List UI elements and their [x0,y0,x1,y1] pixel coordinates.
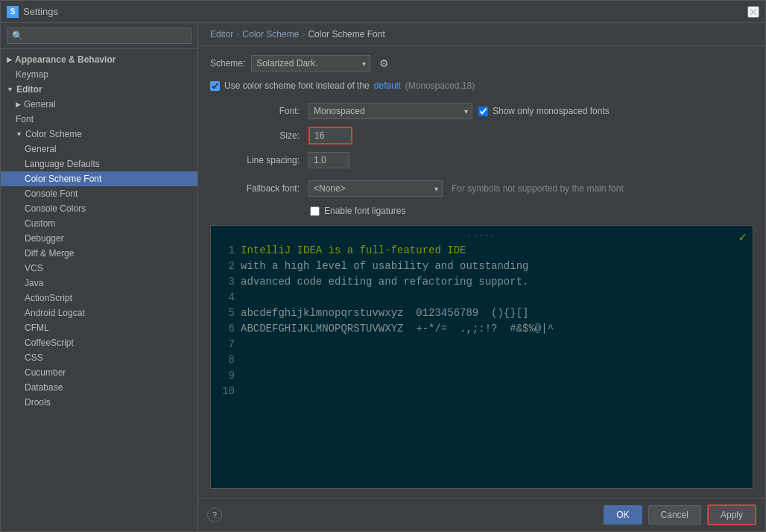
sidebar-item-css[interactable]: CSS [1,350,197,365]
titlebar: S Settings ✕ [1,1,765,23]
preview-area: ····· ✓ 1IntelliJ IDEA is a full-feature… [210,225,753,489]
sidebar-item-console-font[interactable]: Console Font [1,186,197,201]
settings-grid: Font: Monospaced Show only monospaced fo… [210,100,753,171]
close-button[interactable]: ✕ [747,6,759,18]
fallback-label: Fallback font: [210,183,300,194]
sidebar-item-font[interactable]: Font [1,112,197,127]
scheme-row: Scheme: Solarized Dark. ⚙ [210,55,753,72]
sidebar-item-cs-font[interactable]: Color Scheme Font [1,171,197,186]
ok-button[interactable]: OK [604,505,642,525]
bottom-bar: ? OK Cancel Apply [198,498,765,531]
breadcrumb-sep1: › [236,29,239,39]
use-font-checkbox-row: Use color scheme font instead of the def… [210,80,753,91]
sidebar-item-lang-defaults[interactable]: Language Defaults [1,156,197,171]
font-setting-row: Font: Monospaced Show only monospaced fo… [210,103,753,119]
default-font-link[interactable]: default [374,80,401,91]
font-label: Font: [210,106,300,116]
sidebar-item-database[interactable]: Database [1,380,197,395]
apply-button[interactable]: Apply [707,504,756,525]
search-input[interactable] [7,28,192,44]
size-input[interactable] [310,128,351,143]
sidebar-item-keymap[interactable]: Keymap [1,67,197,82]
use-font-label-pre: Use color scheme font instead of the [224,80,370,91]
sidebar-item-console-colors[interactable]: Console Colors [1,201,197,216]
sidebar-item-vcs[interactable]: VCS [1,261,197,276]
sidebar-item-custom[interactable]: Custom [1,216,197,231]
line-spacing-value-area [308,152,349,168]
ligature-label: Enable font ligatures [324,206,405,216]
main-content: ▶ Appearance & Behavior Keymap ▼ Editor … [1,23,765,531]
preview-line-6: 6ABCDEFGHIJKLMNOPQRSTUVWXYZ +-*/= .,;:!?… [220,321,744,337]
expand-icon: ▶ [7,56,12,63]
sidebar-item-java[interactable]: Java [1,276,197,291]
use-font-checkbox[interactable] [210,81,220,91]
preview-line-8: 8 [220,352,744,368]
preview-line-4: 4 [220,290,744,305]
font-select-wrapper: Monospaced [308,103,472,119]
sidebar-item-appearance-behavior[interactable]: ▶ Appearance & Behavior [1,52,197,67]
fallback-select[interactable]: <None> [308,180,443,197]
settings-window: S Settings ✕ ▶ Appearance & Behavior Key… [0,0,766,532]
font-select[interactable]: Monospaced [308,103,472,119]
preview-line-9: 9 [220,368,744,384]
sidebar-item-cfml[interactable]: CFML [1,320,197,335]
preview-line-5: 5abcdefghijklmnopqrstuvwxyz 0123456789 (… [220,305,744,321]
size-input-wrapper [308,127,352,145]
preview-dots: ····· [220,232,744,240]
monospace-label: Show only monospaced fonts [493,106,610,116]
cancel-button[interactable]: Cancel [648,505,701,525]
breadcrumb-sep2: › [302,29,305,39]
bottom-bar-right: OK Cancel Apply [604,504,756,525]
panel-content: Scheme: Solarized Dark. ⚙ Use color sche… [198,46,765,498]
preview-line-7: 7 [220,337,744,352]
fallback-hint: For symbols not supported by the main fo… [452,183,624,194]
preview-line-2: 2with a high level of usability and outs… [220,259,744,274]
scheme-label: Scheme: [210,58,245,69]
sidebar-item-editor[interactable]: ▼ Editor [1,82,197,97]
ligature-row: Enable font ligatures [210,206,753,216]
window-title: Settings [23,6,58,17]
breadcrumb-current: Color Scheme Font [308,29,384,39]
sidebar-item-diff-merge[interactable]: Diff & Merge [1,246,197,261]
sidebar-item-cucumber[interactable]: Cucumber [1,365,197,380]
nav-tree: ▶ Appearance & Behavior Keymap ▼ Editor … [1,49,197,531]
expand-icon: ▼ [16,130,22,138]
ligature-checkbox[interactable] [310,206,320,216]
search-box [1,23,197,49]
app-icon: S [7,6,19,18]
sidebar-item-color-scheme[interactable]: ▼ Color Scheme [1,127,197,142]
monospace-checkbox[interactable] [478,107,488,116]
titlebar-left: S Settings [7,6,58,18]
bottom-bar-left: ? [207,507,222,522]
default-font-size: (Monospaced,18) [405,80,475,91]
scheme-select-wrapper: Solarized Dark. [251,55,370,72]
monospace-check-row: Show only monospaced fonts [478,106,610,116]
font-value-area: Monospaced Show only monospaced fonts [308,103,610,119]
expand-icon: ▶ [16,101,21,108]
sidebar-item-actionscript[interactable]: ActionScript [1,291,197,305]
size-label: Size: [210,130,300,141]
line-spacing-input[interactable] [308,152,349,168]
sidebar-item-debugger[interactable]: Debugger [1,231,197,246]
sidebar-item-android-logcat[interactable]: Android Logcat [1,305,197,320]
sidebar-item-coffeescript[interactable]: CoffeeScript [1,335,197,350]
scheme-gear-button[interactable]: ⚙ [376,56,392,71]
sidebar-item-drools[interactable]: Drools [1,395,197,410]
preview-line-10: 10 [220,384,744,399]
breadcrumb: Editor › Color Scheme › Color Scheme Fon… [198,23,765,46]
line-spacing-label: Line spacing: [210,155,300,165]
right-panel: Editor › Color Scheme › Color Scheme Fon… [198,23,765,531]
fallback-select-wrapper: <None> [308,180,443,197]
size-value-area [308,127,352,145]
line-spacing-row: Line spacing: [210,152,753,168]
scheme-select[interactable]: Solarized Dark. [251,55,370,72]
preview-line-3: 3advanced code editing and refactoring s… [220,274,744,290]
size-setting-row: Size: [210,127,753,145]
checkmark-icon: ✓ [738,229,747,245]
sidebar: ▶ Appearance & Behavior Keymap ▼ Editor … [1,23,198,531]
help-button[interactable]: ? [207,507,222,522]
sidebar-item-general[interactable]: ▶ General [1,97,197,112]
sidebar-item-cs-general[interactable]: General [1,142,197,156]
expand-icon: ▼ [7,86,13,93]
fallback-font-row: Fallback font: <None> For symbols not su… [210,180,753,197]
